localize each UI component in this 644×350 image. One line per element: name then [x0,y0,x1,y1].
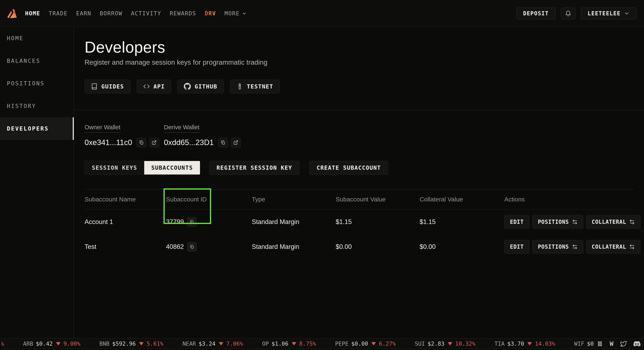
collateral-button[interactable]: COLLATERAL [586,240,641,254]
down-triangle-icon [56,342,60,346]
nav-drv[interactable]: DRV [205,10,216,16]
collateral-label: COLLATERAL [592,244,626,250]
testnet-button[interactable]: TESTNET [230,80,280,94]
ticker-change: 10.32% [455,340,476,347]
positions-button[interactable]: POSITIONS [532,215,583,229]
notifications-button[interactable] [561,8,576,20]
ticker-change: 6.27% [379,340,396,347]
cell-collateral: $1.15 [420,218,504,226]
copy-id-button[interactable] [187,217,197,227]
twitter-icon[interactable] [620,340,627,347]
sidebar: HOME BALANCES POSITIONS HISTORY DEVELOPE… [0,27,74,338]
testnet-label: TESTNET [247,83,273,90]
ticker-price: $3.24 [199,340,216,347]
nav-activity[interactable]: ACTIVITY [131,10,161,16]
nav-more-label: MORE [224,10,240,16]
collateral-button[interactable]: COLLATERAL [586,215,641,229]
cell-actions: EDIT POSITIONS COLLATERAL [504,215,640,229]
wallets-section: Owner Wallet 0xe341...11c0 Derive Wallet [74,110,644,148]
cell-id: 37799 [166,217,252,227]
edit-button[interactable]: EDIT [504,240,530,254]
cell-collateral: $0.00 [420,243,504,250]
code-icon [143,83,150,90]
ticker-price: $2.83 [428,340,444,347]
api-button[interactable]: API [137,80,171,94]
derive-wallet-block: Derive Wallet 0xdd65...23D1 [164,124,243,148]
ticker-symbol: WIF [574,340,584,347]
deposit-button[interactable]: DEPOSIT [516,8,556,20]
nav-earn[interactable]: EARN [76,10,91,16]
copy-icon [190,244,194,249]
register-session-key-button[interactable]: REGISTER SESSION KEY [209,161,300,175]
positions-button[interactable]: POSITIONS [532,240,583,254]
edit-button[interactable]: EDIT [504,215,530,229]
ticker-price: $0.00 [351,340,368,347]
col-collateral-value: Collateral Value [420,196,504,203]
down-triangle-icon [448,342,452,346]
ticker-symbol: SUI [415,340,425,347]
tab-subaccounts[interactable]: SUBACCOUNTS [144,161,200,174]
ticker-item: OP $1.06 8.75% [262,340,316,347]
positions-label: POSITIONS [538,219,569,225]
col-type: Type [252,196,336,203]
discord-icon[interactable] [634,340,640,347]
nav-more[interactable]: MORE [224,10,247,16]
nav-home[interactable]: HOME [25,10,40,16]
sidebar-item-history[interactable]: HISTORY [0,95,74,117]
account-menu-button[interactable]: LEETEELEE [581,8,636,20]
subaccount-id-value: 40862 [166,243,184,250]
warpcast-icon[interactable]: W [610,340,613,347]
derive-logo-icon[interactable] [7,8,17,19]
tab-session-keys[interactable]: SESSION KEYS [85,161,144,174]
down-triangle-icon [139,342,144,346]
resource-links: GUIDES API GITHUB TESTNET [84,80,644,94]
ticker-symbol: ARB [23,340,33,347]
guides-button[interactable]: GUIDES [84,80,130,94]
owner-explorer-button[interactable] [149,138,159,148]
github-icon [184,83,191,90]
ticker-change: 14.03% [535,340,555,347]
cell-name: Test [84,243,166,250]
derive-explorer-button[interactable] [231,138,241,148]
pause-icon[interactable] [597,341,603,347]
chevron-down-icon [242,11,247,16]
main-content: Developers Register and manage session k… [74,27,644,338]
collateral-label: COLLATERAL [592,219,626,225]
nav-trade[interactable]: TRADE [49,10,68,16]
ticker-price: $3.70 [507,340,524,347]
ticker-price: $0.42 [36,340,53,347]
down-triangle-icon [292,342,296,346]
github-button[interactable]: GITHUB [177,80,224,94]
cell-value: $0.00 [336,243,420,250]
nav-rewards[interactable]: REWARDS [170,10,196,16]
nav-borrow[interactable]: BORROW [100,10,122,16]
ticker-change: 7.06% [226,340,243,347]
ticker-item: ARB $0.42 9.00% [23,340,80,347]
col-subaccount-name: Subaccount Name [84,196,166,203]
price-ticker-bar: % ARB $0.42 9.00% BNB $592.96 5.61% NEAR… [0,338,644,350]
topbar-right: DEPOSIT LEETEELEE [516,8,636,20]
sidebar-item-balances[interactable]: BALANCES [0,50,74,72]
sidebar-item-developers[interactable]: DEVELOPERS [0,117,74,140]
ticker-symbol: BNB [100,340,110,347]
sidebar-item-home[interactable]: HOME [0,27,74,50]
ticker-symbol: PEPE [335,340,348,347]
copy-id-button[interactable] [187,242,197,252]
github-label: GITHUB [194,83,217,90]
derive-wallet-address: 0xdd65...23D1 [164,138,214,147]
down-triangle-icon [371,342,376,346]
ticker-symbol: TIA [494,340,504,347]
view-switcher: SESSION KEYS SUBACCOUNTS [84,161,200,175]
subaccount-id-value: 37799 [166,218,184,226]
sidebar-item-positions[interactable]: POSITIONS [0,72,74,95]
derive-copy-button[interactable] [218,138,228,148]
test-tube-icon [236,83,243,90]
cell-value: $1.15 [336,218,420,226]
owner-copy-button[interactable] [136,138,146,148]
external-link-icon [152,140,157,145]
ticker-track: % ARB $0.42 9.00% BNB $592.96 5.61% NEAR… [2,340,604,347]
col-actions: Actions [504,196,634,203]
ticker-symbol: OP [262,340,269,347]
create-subaccount-button[interactable]: CREATE SUBACCOUNT [309,161,388,175]
ticker-item: PEPE $0.00 6.27% [335,340,396,347]
